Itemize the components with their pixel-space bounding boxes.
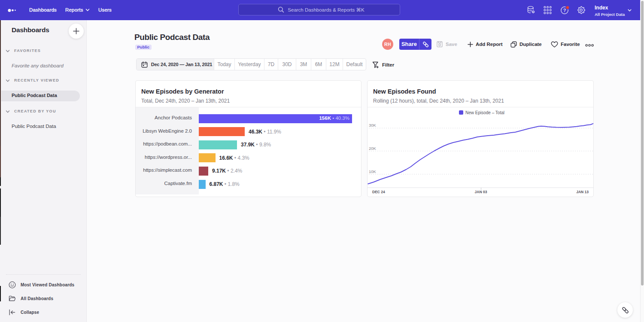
svg-text:DEC 24: DEC 24 <box>372 190 385 194</box>
svg-text:30K: 30K <box>369 123 377 128</box>
svg-text:JAN 13: JAN 13 <box>576 190 589 194</box>
svg-text:10K: 10K <box>369 169 377 174</box>
svg-text:New Episode – Total: New Episode – Total <box>465 110 504 115</box>
svg-text:?: ? <box>563 8 566 13</box>
svg-text:20K: 20K <box>369 146 377 151</box>
svg-text:JAN 03: JAN 03 <box>475 190 487 194</box>
